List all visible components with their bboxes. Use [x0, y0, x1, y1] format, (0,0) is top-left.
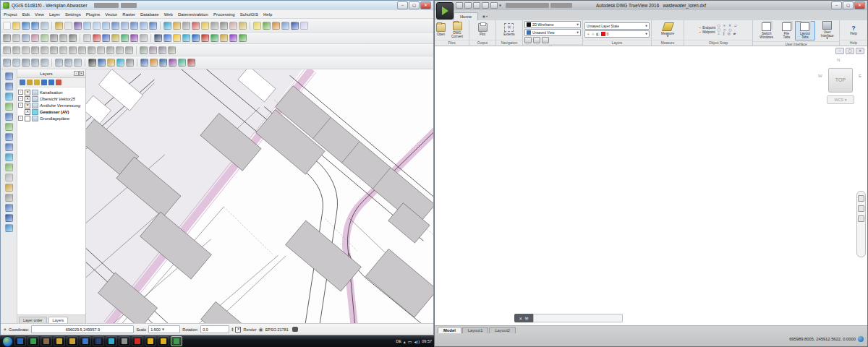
qat-plot-icon[interactable]	[473, 2, 480, 9]
toolbar-icon[interactable]	[69, 46, 77, 54]
toolbar-icon[interactable]	[253, 22, 261, 30]
scale-combobox[interactable]: 1:500▼	[148, 325, 180, 333]
layers-toolbar-icon[interactable]	[20, 80, 25, 85]
toolbar-icon[interactable]	[31, 46, 39, 54]
close-button[interactable]: ✕	[420, 1, 431, 9]
toolbar-icon[interactable]	[281, 22, 289, 30]
menu-raster[interactable]: Raster	[122, 12, 135, 17]
left-toolbar-icon[interactable]	[5, 123, 13, 131]
menu-layer[interactable]: Layer	[49, 12, 60, 17]
coordinate-capture-icon[interactable]: ⌖	[4, 327, 7, 333]
toolbar-icon[interactable]	[64, 22, 72, 30]
toolbar-icon[interactable]	[55, 59, 63, 67]
layer-item[interactable]: +Grundlagepläne	[18, 115, 85, 121]
toolbar-icon[interactable]	[74, 59, 82, 67]
tab-layout1[interactable]: Layout1	[462, 327, 489, 333]
menu-datenextraktion[interactable]: Datenextraktion	[178, 12, 208, 17]
left-toolbar-icon[interactable]	[5, 113, 13, 121]
taskbar-app-icon[interactable]	[93, 336, 104, 346]
left-toolbar-icon[interactable]	[5, 82, 13, 90]
extents-button[interactable]: Extents	[503, 23, 514, 36]
taskbar-app-icon[interactable]	[41, 336, 52, 346]
toolbar-icon[interactable]	[41, 34, 48, 42]
rotation-spinner[interactable]: ▲▼	[231, 327, 233, 332]
toolbar-icon[interactable]	[229, 34, 237, 42]
expander-icon[interactable]: +	[18, 90, 23, 95]
toolbar-icon[interactable]	[12, 22, 20, 30]
toolbar-icon[interactable]	[55, 22, 63, 30]
toolbar-icon[interactable]	[97, 46, 105, 54]
toolbar-icon[interactable]	[291, 22, 299, 30]
viewcube-east[interactable]: E	[859, 74, 861, 78]
toolbar-icon[interactable]	[130, 34, 138, 42]
toolbar-icon[interactable]	[182, 34, 190, 42]
toolbar-icon[interactable]	[300, 22, 308, 30]
taskbar-app-icon[interactable]	[80, 336, 91, 346]
toolbar-icon[interactable]	[130, 22, 138, 30]
rotation-input[interactable]: 0.0	[200, 325, 229, 333]
layer-state-dropdown[interactable]: Unsaved Layer State▼	[584, 22, 650, 30]
taskbar-app-icon[interactable]	[119, 336, 130, 346]
taskbar-app-icon[interactable]	[171, 336, 182, 346]
qat-undo-icon[interactable]	[482, 2, 489, 9]
toolbar-icon[interactable]	[154, 34, 162, 42]
toolbar-icon[interactable]	[41, 22, 48, 30]
endpoint-button[interactable]: ⌁Endpoint	[699, 26, 715, 30]
toolbar-icon[interactable]	[169, 59, 176, 67]
crs-label[interactable]: EPSG:21781	[265, 327, 289, 332]
toolbar-icon[interactable]	[239, 22, 247, 30]
application-button[interactable]	[436, 2, 454, 20]
toolbar-icon[interactable]	[22, 22, 30, 30]
left-toolbar-icon[interactable]	[5, 224, 13, 232]
zoom-icon[interactable]	[858, 205, 864, 212]
toolbar-icon[interactable]	[93, 34, 101, 42]
messages-icon[interactable]	[292, 327, 298, 332]
toolbar-icon[interactable]	[220, 34, 228, 42]
toolbar-icon[interactable]	[125, 46, 133, 54]
toolbar-icon[interactable]	[163, 22, 171, 30]
close-button[interactable]: ✕	[854, 1, 865, 9]
render-checkbox[interactable]: ✕	[235, 327, 241, 333]
toolbar-icon[interactable]	[149, 46, 157, 54]
layer-item[interactable]: ✕Gewässer (AV)	[18, 108, 85, 115]
toolbar-icon[interactable]	[192, 34, 200, 42]
left-toolbar-icon[interactable]	[5, 143, 13, 151]
toolbar-icon[interactable]	[140, 22, 148, 30]
toolbar-icon[interactable]	[59, 34, 67, 42]
menu-edit[interactable]: Edit	[22, 12, 30, 17]
toolbar-icon[interactable]	[88, 46, 95, 54]
tab-home[interactable]: Home	[454, 12, 478, 20]
toolbar-icon[interactable]	[163, 34, 171, 42]
layer-checkbox[interactable]	[25, 116, 30, 121]
taskbar-app-icon[interactable]	[67, 336, 78, 346]
layers-toolbar-icon[interactable]	[48, 80, 54, 85]
taskbar-app-icon[interactable]	[145, 336, 156, 346]
toolbar-icon[interactable]	[121, 34, 129, 42]
menu-settings[interactable]: Settings	[65, 12, 81, 17]
menu-database[interactable]: Database	[140, 12, 159, 17]
command-input[interactable]	[533, 314, 623, 322]
layers-toolbar-icon[interactable]	[56, 80, 61, 85]
toolbar-icon[interactable]	[88, 59, 96, 67]
toolbar-icon[interactable]	[12, 46, 20, 54]
customize-command-icon[interactable]: ⚒	[524, 316, 528, 321]
viewcube-top-face[interactable]: TOP	[828, 68, 853, 93]
toolbar-icon[interactable]	[182, 22, 190, 30]
dwg-convert-button[interactable]: DWG Convert	[447, 22, 467, 38]
toolbar-icon[interactable]	[83, 34, 91, 42]
toolbar-icon[interactable]	[116, 59, 124, 67]
tab-layout2[interactable]: Layout2	[489, 327, 516, 333]
toolbar-icon[interactable]	[3, 59, 11, 67]
toolbar-icon[interactable]	[98, 59, 106, 67]
layer-checkbox[interactable]: ✕	[25, 90, 30, 95]
file-tabs-button[interactable]: File Tabs	[780, 22, 793, 39]
layers-toolbar-icon[interactable]	[27, 80, 33, 85]
qat-save-icon[interactable]	[464, 2, 472, 9]
taskbar-app-icon[interactable]	[54, 336, 65, 346]
taskbar-app-icon[interactable]	[132, 336, 143, 346]
taskbar-app-icon[interactable]	[158, 336, 169, 346]
toolbar-icon[interactable]	[192, 22, 200, 30]
orbit-icon[interactable]	[858, 215, 864, 222]
language-indicator[interactable]: DE	[396, 339, 401, 343]
toolbar-icon[interactable]	[59, 46, 67, 54]
